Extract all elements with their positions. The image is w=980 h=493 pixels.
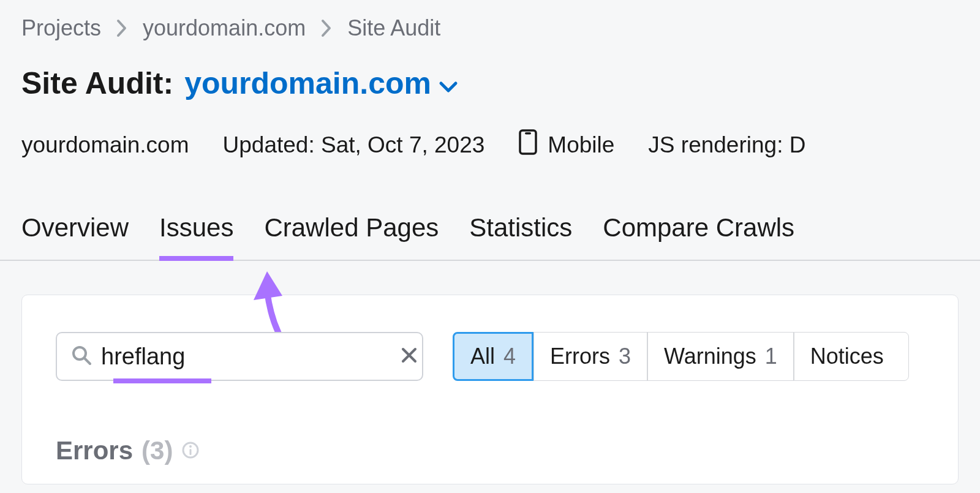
filter-pill-label: All (470, 344, 495, 369)
meta-row: yourdomain.com Updated: Sat, Oct 7, 2023… (21, 129, 959, 161)
tabs: Overview Issues Crawled Pages Statistics… (0, 213, 980, 261)
chevron-right-icon (116, 19, 128, 37)
filter-pill-all[interactable]: All 4 (453, 332, 533, 381)
chevron-right-icon (320, 19, 333, 37)
svg-line-3 (85, 358, 90, 364)
filters-row: All 4 Errors 3 Warnings 1 Notices (56, 332, 924, 381)
filter-pill-count: 3 (619, 344, 631, 369)
search-input[interactable] (92, 344, 400, 370)
section-heading-label: Errors (56, 436, 133, 465)
clear-icon[interactable] (400, 346, 418, 367)
issues-card: All 4 Errors 3 Warnings 1 Notices Err (21, 295, 959, 484)
page-title-prefix: Site Audit: (21, 66, 173, 101)
tab-crawled-pages[interactable]: Crawled Pages (264, 213, 439, 243)
tab-statistics[interactable]: Statistics (469, 213, 572, 243)
filter-pill-warnings[interactable]: Warnings 1 (647, 332, 794, 381)
filter-pill-label: Warnings (664, 344, 756, 369)
section-heading-count: (3) (141, 436, 173, 465)
svg-rect-8 (190, 449, 192, 455)
tab-issues[interactable]: Issues (159, 213, 233, 243)
breadcrumb: Projects yourdomain.com Site Audit (21, 15, 959, 41)
meta-device: Mobile (518, 129, 614, 161)
chevron-down-icon (439, 66, 458, 101)
search-input-wrap[interactable] (56, 332, 423, 381)
meta-updated: Updated: Sat, Oct 7, 2023 (223, 132, 485, 158)
breadcrumb-item-domain[interactable]: yourdomain.com (143, 15, 306, 41)
filter-pill-errors[interactable]: Errors 3 (533, 332, 647, 381)
tab-overview[interactable]: Overview (21, 213, 129, 243)
svg-point-7 (189, 445, 192, 448)
filter-pill-notices[interactable]: Notices (794, 332, 909, 381)
breadcrumb-item-site-audit[interactable]: Site Audit (347, 15, 440, 41)
filter-pill-label: Errors (550, 344, 610, 369)
domain-switcher-label: yourdomain.com (184, 66, 431, 101)
filter-pills: All 4 Errors 3 Warnings 1 Notices (453, 332, 909, 381)
filter-pill-count: 1 (765, 344, 777, 369)
info-icon[interactable] (181, 436, 200, 465)
meta-device-label: Mobile (548, 132, 614, 158)
meta-domain: yourdomain.com (21, 132, 189, 158)
page-title-row: Site Audit: yourdomain.com (21, 66, 959, 101)
svg-rect-1 (525, 132, 531, 135)
section-heading-errors: Errors (3) (56, 436, 924, 465)
tab-compare-crawls[interactable]: Compare Crawls (603, 213, 794, 243)
filter-pill-count: 4 (503, 344, 516, 369)
domain-switcher[interactable]: yourdomain.com (184, 66, 458, 101)
filter-pill-label: Notices (810, 344, 884, 369)
annotation-underline (113, 378, 211, 383)
search-icon (70, 344, 92, 369)
meta-js-rendering: JS rendering: D (648, 132, 805, 158)
mobile-icon (518, 129, 538, 161)
breadcrumb-item-projects[interactable]: Projects (21, 15, 101, 41)
